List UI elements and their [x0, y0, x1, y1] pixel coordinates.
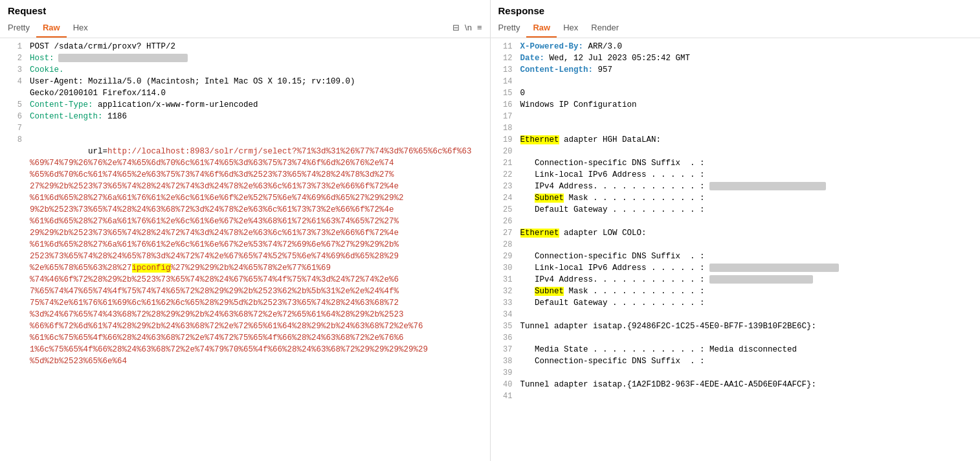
- request-line-6: 6 Content-Length: 1186: [0, 111, 490, 122]
- response-line-40: 40 Tunnel adapter isatap.{1A2F1DB2-963F-…: [491, 379, 981, 390]
- tab-request-pretty[interactable]: Pretty: [8, 20, 36, 38]
- request-tab-bar: Pretty Raw Hex ⊟ \n ≡: [8, 20, 482, 38]
- response-line-19: 19 Ethernet adapter HGH DataLAN:: [491, 134, 981, 146]
- request-line-4b: Gecko/20100101 Firefox/114.0: [0, 87, 490, 99]
- response-line-36: 36: [491, 332, 981, 344]
- response-line-33: 33 Default Gateway . . . . . . . . . :: [491, 297, 981, 309]
- response-line-39: 39: [491, 367, 981, 379]
- response-header: Response Pretty Raw Hex Render: [491, 0, 981, 38]
- response-panel: Response Pretty Raw Hex Render 11 X-Powe…: [491, 0, 981, 461]
- newline-icon[interactable]: \n: [465, 23, 472, 32]
- response-line-37: 37 Media State . . . . . . . . . . . : M…: [491, 344, 981, 355]
- response-line-21: 21 Connection-specific DNS Suffix . :: [491, 157, 981, 169]
- request-line-2: 2 Host:: [0, 52, 490, 64]
- request-line-5: 5 Content-Type: application/x-www-form-u…: [0, 99, 490, 111]
- tab-request-hex[interactable]: Hex: [67, 20, 95, 38]
- response-content: 11 X-Powered-By: ARR/3.0 12 Date: Wed, 1…: [491, 38, 981, 461]
- tab-response-raw[interactable]: Raw: [526, 20, 557, 38]
- response-line-24: 24 Subnet Mask . . . . . . . . . . . :: [491, 192, 981, 204]
- response-line-31: 31 IPv4 Address. . . . . . . . . . . :: [491, 274, 981, 286]
- response-line-35: 35 Tunnel adapter isatap.{92486F2C-1C25-…: [491, 320, 981, 332]
- tab-response-hex[interactable]: Hex: [557, 20, 585, 38]
- response-line-14: 14: [491, 76, 981, 87]
- response-line-11: 11 X-Powered-By: ARR/3.0: [491, 41, 981, 52]
- response-line-30: 30 Link-local IPv6 Address . . . . . :: [491, 262, 981, 274]
- response-line-18: 18: [491, 122, 981, 134]
- format-icon[interactable]: ⊟: [452, 23, 460, 32]
- request-line-3: 3 Cookie.: [0, 64, 490, 76]
- response-line-17: 17: [491, 111, 981, 122]
- request-toolbar: ⊟ \n ≡: [452, 23, 482, 32]
- request-header: Request Pretty Raw Hex ⊟ \n ≡: [0, 0, 490, 38]
- response-line-34: 34: [491, 309, 981, 320]
- request-content: 1 POST /sdata/crmi/proxv? HTTP/2 2 Host:…: [0, 38, 490, 461]
- response-line-27: 27 Ethernet adapter LOW COLO:: [491, 227, 981, 239]
- menu-icon[interactable]: ≡: [477, 23, 482, 32]
- tab-response-pretty[interactable]: Pretty: [498, 20, 527, 38]
- request-panel: Request Pretty Raw Hex ⊟ \n ≡ 1 POST /sd…: [0, 0, 491, 461]
- request-line-1: 1 POST /sdata/crmi/proxv? HTTP/2: [0, 41, 490, 52]
- response-line-25: 25 Default Gateway . . . . . . . . . :: [491, 204, 981, 216]
- response-line-38: 38 Connection-specific DNS Suffix . :: [491, 355, 981, 367]
- response-line-26: 26: [491, 216, 981, 227]
- response-line-32: 32 Subnet Mask . . . . . . . . . . . :: [491, 286, 981, 297]
- response-line-12: 12 Date: Wed, 12 Jul 2023 05:25:42 GMT: [491, 52, 981, 64]
- response-line-28: 28: [491, 239, 981, 251]
- request-code: 1 POST /sdata/crmi/proxv? HTTP/2 2 Host:…: [0, 41, 490, 379]
- response-line-41: 41: [491, 390, 981, 402]
- response-line-16: 16 Windows IP Configuration: [491, 99, 981, 111]
- response-line-29: 29 Connection-specific DNS Suffix . :: [491, 251, 981, 262]
- response-line-23: 23 IPv4 Address. . . . . . . . . . . :: [491, 181, 981, 192]
- request-line-4: 4 User-Agent: Mozilla/5.0 (Macintosh; In…: [0, 76, 490, 87]
- response-line-13: 13 Content-Length: 957: [491, 64, 981, 76]
- response-tab-bar: Pretty Raw Hex Render: [498, 20, 973, 38]
- request-title: Request: [8, 5, 482, 16]
- request-line-7: 7: [0, 122, 490, 134]
- response-line-20: 20: [491, 146, 981, 157]
- response-line-22: 22 Link-local IPv6 Address . . . . . :: [491, 169, 981, 181]
- tab-request-raw[interactable]: Raw: [36, 20, 67, 38]
- tab-response-render[interactable]: Render: [585, 20, 625, 38]
- response-title: Response: [498, 5, 973, 16]
- response-code: 11 X-Powered-By: ARR/3.0 12 Date: Wed, 1…: [491, 41, 981, 402]
- response-line-15: 15 0: [491, 87, 981, 99]
- request-line-8: 8 url=http://localhost:8983/solr/crmj/se…: [0, 134, 490, 379]
